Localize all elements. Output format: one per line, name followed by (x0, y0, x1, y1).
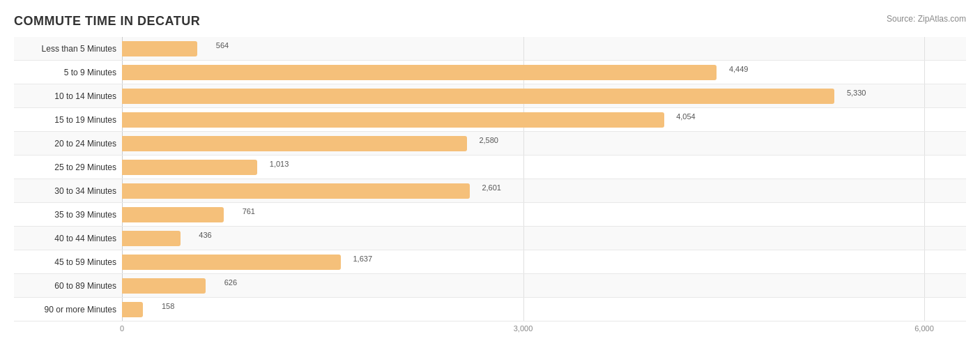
bar: 158 (122, 302, 143, 317)
bar-label: 90 or more Minutes (14, 305, 122, 314)
bar-area: 2,580 (122, 132, 966, 155)
bar-value: 2,580 (479, 136, 498, 144)
bar-value: 1,637 (353, 255, 372, 263)
bar-label: 25 to 29 Minutes (14, 162, 122, 172)
chart-title: COMMUTE TIME IN DECATUR (14, 14, 200, 29)
bar-label: 10 to 14 Minutes (14, 91, 122, 101)
bar-row: 10 to 14 Minutes5,330 (14, 84, 966, 108)
bar-area: 436 (122, 227, 966, 250)
bar-value: 761 (243, 207, 255, 215)
grid-line (523, 203, 524, 226)
bar: 761 (122, 207, 224, 222)
bar-area: 2,601 (122, 179, 966, 202)
grid-line (523, 156, 524, 179)
bar-area: 761 (122, 203, 966, 226)
bar-value: 4,449 (729, 65, 749, 73)
bar-row: 45 to 59 Minutes1,637 (14, 250, 966, 274)
x-tick: 0 (120, 324, 124, 333)
grid-line (523, 37, 524, 60)
bar-value: 564 (216, 41, 229, 50)
bar-area: 4,449 (122, 61, 966, 84)
bar-value: 626 (224, 278, 237, 287)
bar-area: 4,054 (122, 108, 966, 131)
chart-container: COMMUTE TIME IN DECATUR Source: ZipAtlas… (0, 0, 980, 364)
bar: 1,637 (122, 255, 341, 270)
grid-line (924, 227, 925, 250)
bar-label: 5 to 9 Minutes (14, 68, 122, 77)
bar: 4,449 (122, 65, 717, 80)
bar-value: 5,330 (847, 89, 866, 97)
bar-label: 60 to 89 Minutes (14, 281, 122, 291)
grid-line (924, 37, 925, 60)
chart-header: COMMUTE TIME IN DECATUR Source: ZipAtlas… (14, 14, 966, 29)
bar-label: 20 to 24 Minutes (14, 139, 122, 149)
grid-line (523, 179, 524, 202)
grid-line (523, 298, 524, 321)
bar-value: 1,013 (270, 160, 289, 168)
bar-area: 158 (122, 298, 966, 321)
x-tick: 6,000 (914, 324, 934, 333)
bar: 564 (122, 41, 197, 56)
bar: 1,013 (122, 160, 257, 175)
x-axis: 03,0006,000 (122, 324, 966, 338)
bar-area: 5,330 (122, 84, 966, 107)
bar-value: 4,054 (676, 112, 696, 121)
bar-row: 25 to 29 Minutes1,013 (14, 156, 966, 179)
bar-row: 15 to 19 Minutes4,054 (14, 108, 966, 132)
bar-row: 20 to 24 Minutes2,580 (14, 132, 966, 156)
bar-area: 564 (122, 37, 966, 60)
bar-row: 60 to 89 Minutes626 (14, 274, 966, 298)
bar: 2,580 (122, 136, 467, 151)
grid-line (924, 61, 925, 84)
x-tick: 3,000 (514, 324, 533, 333)
bar-label: 45 to 59 Minutes (14, 257, 122, 267)
grid-line (924, 179, 925, 202)
bar-label: 15 to 19 Minutes (14, 115, 122, 125)
bar-row: 35 to 39 Minutes761 (14, 203, 966, 227)
grid-line (924, 156, 925, 179)
bar: 626 (122, 278, 206, 294)
bar: 4,054 (122, 112, 664, 128)
bar-row: 30 to 34 Minutes2,601 (14, 179, 966, 203)
bar-label: Less than 5 Minutes (14, 44, 122, 54)
chart-source: Source: ZipAtlas.com (887, 14, 966, 24)
grid-line (924, 108, 925, 131)
grid-line (924, 203, 925, 226)
bar-value: 2,601 (482, 183, 501, 192)
bar-area: 1,637 (122, 250, 966, 273)
bar-row: 40 to 44 Minutes436 (14, 227, 966, 250)
chart-body: Less than 5 Minutes5645 to 9 Minutes4,44… (14, 37, 966, 321)
bar-value: 436 (199, 231, 211, 239)
grid-line (523, 227, 524, 250)
bar-area: 626 (122, 274, 966, 297)
bar-label: 35 to 39 Minutes (14, 210, 122, 220)
bar-label: 40 to 44 Minutes (14, 234, 122, 243)
grid-line (523, 250, 524, 273)
grid-line (924, 132, 925, 155)
bar-row: 5 to 9 Minutes4,449 (14, 61, 966, 84)
grid-line (924, 84, 925, 107)
bar-row: Less than 5 Minutes564 (14, 37, 966, 61)
grid-line (523, 132, 524, 155)
grid-line (924, 274, 925, 297)
bar: 5,330 (122, 89, 834, 104)
bar-area: 1,013 (122, 156, 966, 179)
bar: 436 (122, 231, 181, 246)
bar-value: 158 (162, 302, 174, 310)
bar-label: 30 to 34 Minutes (14, 186, 122, 196)
grid-line (924, 298, 925, 321)
bar-row: 90 or more Minutes158 (14, 298, 966, 321)
bar: 2,601 (122, 183, 470, 199)
grid-line (924, 250, 925, 273)
grid-line (523, 274, 524, 297)
